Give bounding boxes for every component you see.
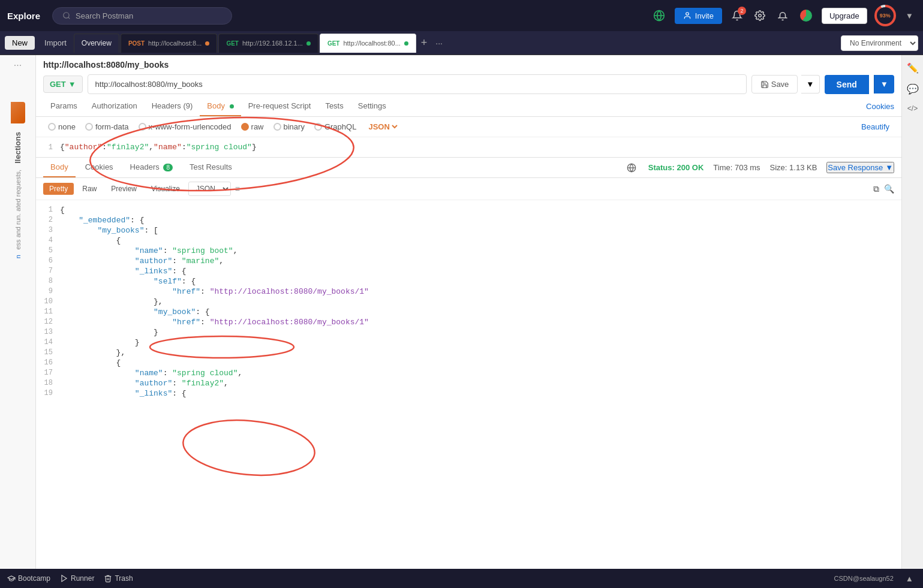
sidebar-menu-icon[interactable]: ···	[14, 60, 22, 71]
bottom-username: CSDN@sealaugn52	[834, 575, 894, 582]
body-form-data[interactable]: form-data	[85, 122, 129, 131]
body-active-dot	[230, 104, 234, 108]
edit-icon[interactable]: ✏️	[904, 60, 921, 76]
bottom-bar: Bootcamp Runner Trash CSDN@sealaugn52 ▲	[0, 569, 923, 588]
status-ok: Status: 200 OK	[648, 163, 703, 172]
app-header: Explore Search Postman Invite 2 Upgrade …	[0, 0, 923, 31]
method-select[interactable]: GET ▼	[43, 76, 83, 93]
comment-icon[interactable]: 💬	[904, 81, 921, 97]
resp-line-11: 11 "my_book": {	[36, 307, 901, 317]
runner-icon	[60, 574, 68, 583]
more-tabs-button[interactable]: ···	[432, 38, 446, 48]
new-button[interactable]: New	[5, 36, 35, 50]
tab-params[interactable]: Params	[43, 97, 85, 116]
invite-button[interactable]: Invite	[675, 8, 722, 24]
notifications-icon[interactable]: 2	[729, 8, 745, 23]
request-body-editor[interactable]: 1 {"author":"finlay2","name":"spring clo…	[36, 137, 901, 158]
format-preview[interactable]: Preview	[105, 183, 143, 195]
format-visualize[interactable]: Visualize	[145, 183, 186, 195]
tab-pre-request[interactable]: Pre-request Script	[241, 97, 318, 116]
bell-icon[interactable]	[775, 8, 790, 23]
sidebar-sub2: ess and run.	[14, 213, 22, 250]
cookies-link[interactable]: Cookies	[866, 102, 894, 111]
search-icon	[62, 11, 71, 20]
upgrade-button[interactable]: Upgrade	[822, 8, 867, 24]
resp-tab-test-results[interactable]: Test Results	[182, 158, 239, 177]
tab-authorization[interactable]: Authorization	[85, 97, 145, 116]
save-button[interactable]: Save	[751, 75, 798, 94]
svg-marker-11	[62, 575, 67, 582]
search-response-button[interactable]: 🔍	[884, 184, 894, 194]
search-placeholder: Search Postman	[76, 11, 133, 20]
body-binary[interactable]: binary	[273, 122, 305, 131]
resp-line-13: 13 }	[36, 327, 901, 337]
resp-line-10: 10 },	[36, 297, 901, 307]
format-pretty[interactable]: Pretty	[43, 183, 74, 195]
collaboration-icon[interactable]	[651, 7, 668, 24]
svg-point-5	[759, 14, 762, 17]
wrap-lines-icon[interactable]: ≡	[233, 182, 242, 195]
save-icon	[760, 80, 769, 89]
body-format-select[interactable]: JSON	[366, 122, 399, 132]
format-raw[interactable]: Raw	[76, 183, 103, 195]
resp-line-1: 1 {	[36, 205, 901, 215]
new-tab-button[interactable]: +	[417, 37, 431, 49]
tab-bar: New Import Overview POST http://localhos…	[0, 31, 923, 55]
sidebar-collections-label: llections	[13, 132, 22, 164]
sidebar-link[interactable]: n	[14, 255, 22, 258]
import-button[interactable]: Import	[38, 36, 73, 50]
response-format-select[interactable]: JSON	[188, 182, 231, 196]
status-icon[interactable]	[798, 7, 814, 24]
resp-line-3: 3 "my_books": [	[36, 225, 901, 236]
tab-post-url: http://localhost:8...	[148, 40, 202, 47]
tab-post[interactable]: POST http://localhost:8...	[121, 34, 218, 53]
resp-line-8: 8 "self": {	[36, 276, 901, 287]
radio-form-data	[85, 123, 93, 131]
globe-icon[interactable]	[624, 161, 639, 175]
url-input[interactable]	[88, 74, 747, 94]
expand-icon[interactable]: ▼	[903, 9, 916, 23]
bottom-expand-icon[interactable]: ▲	[903, 572, 916, 586]
resp-line-15: 15 },	[36, 348, 901, 358]
runner-button[interactable]: Runner	[60, 574, 94, 583]
bootcamp-button[interactable]: Bootcamp	[7, 574, 50, 583]
tab-overview[interactable]: Overview	[74, 34, 119, 53]
resp-line-14: 14 }	[36, 337, 901, 348]
beautify-button[interactable]: Beautify	[861, 122, 889, 131]
body-urlencoded[interactable]: x-www-form-urlencoded	[139, 122, 231, 131]
resp-tab-cookies[interactable]: Cookies	[78, 158, 121, 177]
copy-response-button[interactable]: ⧉	[873, 184, 879, 194]
tab-headers[interactable]: Headers (9)	[145, 97, 200, 116]
radio-binary	[273, 123, 281, 131]
resp-tab-body[interactable]: Body	[43, 158, 76, 177]
search-bar[interactable]: Search Postman	[52, 7, 232, 25]
body-none[interactable]: none	[48, 122, 76, 131]
response-area: Body Cookies Headers 8 Test Results Stat…	[36, 158, 901, 588]
body-raw[interactable]: raw	[241, 122, 264, 131]
radio-raw	[241, 123, 249, 131]
tab-get2[interactable]: GET http://localhost:80...	[320, 34, 416, 53]
resp-tab-headers[interactable]: Headers 8	[123, 158, 180, 177]
url-title: http://localhost:8080/my_books	[43, 60, 894, 70]
tab-get1[interactable]: GET http://192.168.12.1...	[218, 34, 318, 53]
bootcamp-icon	[7, 574, 16, 583]
svg-point-0	[64, 13, 69, 18]
keyboard-shortcut-icon[interactable]: </>	[905, 102, 920, 115]
trash-button[interactable]: Trash	[104, 574, 133, 583]
settings-icon[interactable]	[752, 8, 768, 23]
body-graphql[interactable]: GraphQL	[314, 122, 356, 131]
response-status: Status: 200 OK Time: 703 ms Size: 1.13 K…	[624, 161, 894, 175]
resp-line-2: 2 "_embedded": {	[36, 215, 901, 225]
tab-tests[interactable]: Tests	[318, 97, 350, 116]
save-response-button[interactable]: Save Response ▼	[826, 162, 894, 173]
save-dropdown-button[interactable]: ▼	[801, 75, 819, 94]
invite-icon	[683, 11, 692, 20]
resp-line-16: 16 {	[36, 358, 901, 368]
send-button[interactable]: Send	[825, 75, 869, 94]
environment-select[interactable]: No Environment	[841, 35, 918, 51]
response-code-viewer: 1 { 2 "_embedded": { 3 "my_books": [ 4	[36, 200, 901, 588]
resp-line-4: 4 {	[36, 236, 901, 246]
tab-settings[interactable]: Settings	[351, 97, 393, 116]
tab-body[interactable]: Body	[200, 97, 240, 116]
send-dropdown-button[interactable]: ▼	[874, 75, 894, 94]
